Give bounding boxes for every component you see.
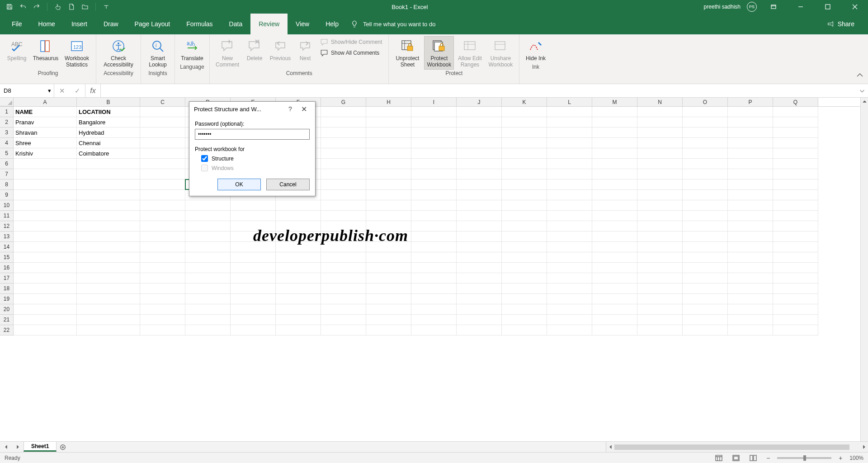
- cell[interactable]: [321, 190, 366, 200]
- cell[interactable]: [547, 148, 592, 159]
- cell[interactable]: [140, 211, 185, 221]
- cell[interactable]: [321, 325, 366, 335]
- cell[interactable]: [366, 138, 411, 148]
- cell[interactable]: [637, 107, 683, 117]
- cell[interactable]: [366, 273, 411, 283]
- row-header[interactable]: 22: [0, 325, 14, 335]
- thesaurus-button[interactable]: Thesaurus: [32, 36, 60, 70]
- col-header[interactable]: P: [728, 98, 773, 106]
- cell[interactable]: [683, 294, 728, 304]
- cell[interactable]: [14, 325, 77, 335]
- cell[interactable]: [457, 107, 502, 117]
- cell[interactable]: [366, 117, 411, 128]
- col-header[interactable]: O: [683, 98, 728, 106]
- cell[interactable]: [185, 315, 231, 325]
- hide-ink-button[interactable]: Hide Ink: [523, 36, 548, 63]
- cell[interactable]: [276, 304, 321, 315]
- cell[interactable]: [773, 117, 818, 128]
- cell[interactable]: [366, 148, 411, 159]
- cell[interactable]: LOCATIION: [77, 107, 140, 117]
- cell[interactable]: [14, 315, 77, 325]
- cell[interactable]: [140, 169, 185, 180]
- check-accessibility-button[interactable]: Check Accessibility: [100, 36, 137, 70]
- cell[interactable]: [773, 232, 818, 242]
- tab-data[interactable]: Data: [221, 14, 251, 34]
- cell[interactable]: [231, 273, 276, 283]
- cell[interactable]: [728, 325, 773, 335]
- cell[interactable]: [457, 200, 502, 211]
- tab-insert[interactable]: Insert: [63, 14, 95, 34]
- open-folder-icon[interactable]: [80, 2, 90, 12]
- cell[interactable]: [637, 148, 683, 159]
- cell[interactable]: [637, 273, 683, 283]
- cell[interactable]: [547, 315, 592, 325]
- cell[interactable]: [502, 200, 547, 211]
- cell[interactable]: [683, 148, 728, 159]
- cell[interactable]: [14, 252, 77, 263]
- cell[interactable]: [728, 107, 773, 117]
- row-header[interactable]: 9: [0, 190, 14, 200]
- cell[interactable]: [728, 232, 773, 242]
- page-layout-view-icon[interactable]: [730, 454, 742, 463]
- cell[interactable]: [276, 283, 321, 294]
- dialog-help-icon[interactable]: ?: [283, 105, 297, 113]
- row-header[interactable]: 20: [0, 304, 14, 315]
- cell[interactable]: [683, 273, 728, 283]
- cell[interactable]: [366, 211, 411, 221]
- col-header[interactable]: C: [140, 98, 185, 106]
- page-break-view-icon[interactable]: [747, 454, 759, 463]
- cell[interactable]: [321, 263, 366, 273]
- cell[interactable]: [592, 294, 637, 304]
- cell[interactable]: [231, 252, 276, 263]
- cell[interactable]: [185, 273, 231, 283]
- cell[interactable]: [366, 169, 411, 180]
- cell[interactable]: [77, 242, 140, 252]
- cell[interactable]: [321, 159, 366, 169]
- cell[interactable]: [502, 138, 547, 148]
- cell[interactable]: [231, 211, 276, 221]
- dialog-close-icon[interactable]: ✕: [297, 105, 311, 113]
- row-header[interactable]: 6: [0, 159, 14, 169]
- cell[interactable]: [77, 273, 140, 283]
- cell[interactable]: [592, 283, 637, 294]
- cell[interactable]: [502, 128, 547, 138]
- zoom-slider[interactable]: [777, 457, 831, 459]
- cell[interactable]: [366, 107, 411, 117]
- row-header[interactable]: 10: [0, 200, 14, 211]
- sheet-scroll-right-icon[interactable]: [12, 442, 24, 452]
- cell[interactable]: [231, 283, 276, 294]
- cell[interactable]: [592, 138, 637, 148]
- row-header[interactable]: 18: [0, 283, 14, 294]
- cell[interactable]: [547, 169, 592, 180]
- cell[interactable]: [411, 107, 457, 117]
- row-header[interactable]: 2: [0, 117, 14, 128]
- sheet-scroll-left-icon[interactable]: [0, 442, 12, 452]
- cell[interactable]: [140, 283, 185, 294]
- cell[interactable]: [773, 294, 818, 304]
- cell[interactable]: [140, 273, 185, 283]
- col-header[interactable]: I: [411, 98, 457, 106]
- cell[interactable]: [14, 211, 77, 221]
- structure-checkbox[interactable]: [201, 155, 208, 162]
- share-button[interactable]: Share: [827, 14, 864, 34]
- cell[interactable]: [592, 232, 637, 242]
- cell[interactable]: [185, 263, 231, 273]
- cell[interactable]: [411, 211, 457, 221]
- cell[interactable]: [321, 273, 366, 283]
- cell[interactable]: [366, 180, 411, 190]
- cell[interactable]: [592, 273, 637, 283]
- cell[interactable]: [77, 180, 140, 190]
- cell[interactable]: [683, 190, 728, 200]
- cell[interactable]: [411, 325, 457, 335]
- cell[interactable]: [683, 325, 728, 335]
- cell[interactable]: [728, 180, 773, 190]
- protect-workbook-button[interactable]: Protect Workbook: [424, 36, 454, 70]
- touch-mode-icon[interactable]: [53, 2, 63, 12]
- cell[interactable]: [728, 283, 773, 294]
- enter-formula-icon[interactable]: ✓: [70, 87, 85, 95]
- cell[interactable]: NAME: [14, 107, 77, 117]
- cell[interactable]: [547, 325, 592, 335]
- cell[interactable]: [140, 128, 185, 138]
- cell[interactable]: [366, 200, 411, 211]
- cell[interactable]: [773, 252, 818, 263]
